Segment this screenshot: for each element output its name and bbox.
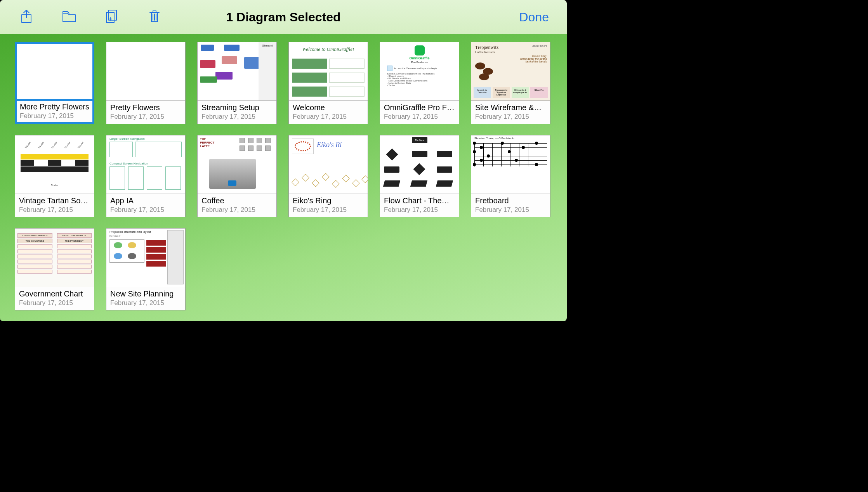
done-button[interactable]: Done xyxy=(519,10,549,24)
document-info: OmniGraffle Pro F…February 17, 2015 xyxy=(380,101,459,124)
document-info: App IAFebruary 17, 2015 xyxy=(106,194,186,217)
document-card[interactable]: The GameFlow Chart - The…February 17, 20… xyxy=(380,135,459,217)
document-card[interactable]: TreppenwitzCoffee RoastersAbout Us PrOn … xyxy=(471,42,550,124)
trash-icon xyxy=(147,9,162,26)
document-date: February 17, 2015 xyxy=(19,206,90,214)
document-card[interactable]: THEPERFECTLATTECoffeeFebruary 17, 2015 xyxy=(197,135,277,217)
document-date: February 17, 2015 xyxy=(475,206,546,214)
document-title: Coffee xyxy=(201,196,273,205)
document-info: More Pretty FlowersFebruary 17, 2015 xyxy=(15,101,94,124)
document-title: App IA xyxy=(110,196,181,205)
page-title: 1 Diagram Selected xyxy=(226,10,340,24)
document-card[interactable]: OmniGrafflePro FeaturesAccess the Canvas… xyxy=(380,42,459,124)
duplicate-button[interactable] xyxy=(103,9,120,26)
document-thumbnail xyxy=(15,42,94,101)
document-date: February 17, 2015 xyxy=(110,113,181,121)
document-card[interactable]: Pretty FlowersFebruary 17, 2015 xyxy=(106,42,186,124)
document-date: February 17, 2015 xyxy=(293,206,364,214)
document-title: Streaming Setup xyxy=(201,103,273,112)
document-thumbnail: Eiko's Ri xyxy=(288,135,368,194)
toolbar-icon-group xyxy=(18,9,163,26)
document-date: February 17, 2015 xyxy=(201,113,273,121)
document-card[interactable]: Larger Screen NavigationCompact Screen N… xyxy=(106,135,186,217)
document-date: February 17, 2015 xyxy=(201,206,273,214)
delete-button[interactable] xyxy=(146,9,163,26)
document-thumbnail: Larger Screen NavigationCompact Screen N… xyxy=(106,135,186,194)
document-info: Government ChartFebruary 17, 2015 xyxy=(15,287,94,310)
share-icon xyxy=(19,9,34,26)
document-card[interactable]: Proposed structure and layoutRevision #N… xyxy=(106,228,186,310)
document-date: February 17, 2015 xyxy=(20,112,89,120)
document-grid: More Pretty FlowersFebruary 17, 2015Pret… xyxy=(15,42,552,310)
duplicate-icon xyxy=(104,9,120,26)
document-card[interactable]: Welcome to OmniGraffle!WelcomeFebruary 1… xyxy=(288,42,368,124)
document-title: New Site Planning xyxy=(110,289,181,298)
document-thumbnail: Standard Tuning — G Pentatonic xyxy=(471,135,550,194)
document-date: February 17, 2015 xyxy=(384,113,455,121)
document-info: Pretty FlowersFebruary 17, 2015 xyxy=(106,101,186,124)
document-title: Flow Chart - The… xyxy=(384,196,455,205)
document-thumbnail: THEPERFECTLATTE xyxy=(197,135,277,194)
document-info: WelcomeFebruary 17, 2015 xyxy=(288,101,368,124)
document-title: Site Wireframe &… xyxy=(475,103,546,112)
document-title: Vintage Tartan So… xyxy=(19,196,90,205)
share-button[interactable] xyxy=(18,9,35,26)
document-thumbnail xyxy=(106,42,186,101)
document-card[interactable]: StreamiStreaming SetupFebruary 17, 2015 xyxy=(197,42,277,124)
document-info: Eiko's RingFebruary 17, 2015 xyxy=(288,194,368,217)
document-thumbnail: The Game xyxy=(380,135,459,194)
document-thumbnail: TreppenwitzCoffee RoastersAbout Us PrOn … xyxy=(471,42,550,101)
document-title: Eiko's Ring xyxy=(293,196,364,205)
document-thumbnail: YELLOWYELLOWYELLOWYELLOWYELLOWSocks xyxy=(15,135,94,194)
document-card[interactable]: Standard Tuning — G PentatonicFretboardF… xyxy=(471,135,550,217)
document-title: Government Chart xyxy=(19,289,90,298)
document-title: OmniGraffle Pro F… xyxy=(384,103,455,112)
document-info: Vintage Tartan So…February 17, 2015 xyxy=(15,194,94,217)
document-info: Site Wireframe &…February 17, 2015 xyxy=(471,101,550,124)
document-thumbnail: OmniGrafflePro FeaturesAccess the Canvas… xyxy=(380,42,459,101)
document-card[interactable]: YELLOWYELLOWYELLOWYELLOWYELLOWSocksVinta… xyxy=(15,135,94,217)
document-title: Pretty Flowers xyxy=(110,103,181,112)
document-title: More Pretty Flowers xyxy=(20,102,89,111)
document-info: New Site PlanningFebruary 17, 2015 xyxy=(106,287,186,310)
document-info: CoffeeFebruary 17, 2015 xyxy=(197,194,277,217)
document-title: Fretboard xyxy=(475,196,546,205)
document-date: February 17, 2015 xyxy=(293,113,364,121)
document-thumbnail: Proposed structure and layoutRevision # xyxy=(106,228,186,287)
document-thumbnail: Streami xyxy=(197,42,277,101)
document-title: Welcome xyxy=(293,103,364,112)
document-info: FretboardFebruary 17, 2015 xyxy=(471,194,550,217)
document-date: February 17, 2015 xyxy=(19,299,90,307)
document-card[interactable]: LEGISLATIVE BRANCHTHE CONGRESSEXECUTIVE … xyxy=(15,228,94,310)
document-info: Streaming SetupFebruary 17, 2015 xyxy=(197,101,277,124)
document-thumbnail: LEGISLATIVE BRANCHTHE CONGRESSEXECUTIVE … xyxy=(15,228,94,287)
document-date: February 17, 2015 xyxy=(110,299,181,307)
document-date: February 17, 2015 xyxy=(384,206,455,214)
document-card[interactable]: Eiko's RiEiko's RingFebruary 17, 2015 xyxy=(288,135,368,217)
document-thumbnail: Welcome to OmniGraffle! xyxy=(288,42,368,101)
folder-button[interactable] xyxy=(61,9,78,26)
toolbar: 1 Diagram Selected Done xyxy=(0,0,567,34)
document-stage: More Pretty FlowersFebruary 17, 2015Pret… xyxy=(0,34,567,321)
document-card[interactable]: More Pretty FlowersFebruary 17, 2015 xyxy=(15,42,94,124)
document-date: February 17, 2015 xyxy=(475,113,546,121)
folder-icon xyxy=(61,9,77,26)
document-info: Flow Chart - The…February 17, 2015 xyxy=(380,194,459,217)
document-date: February 17, 2015 xyxy=(110,206,181,214)
